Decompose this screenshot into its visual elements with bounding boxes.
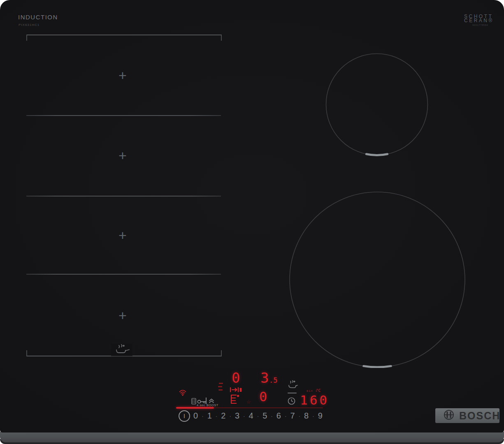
flex-plus-marker-1: + xyxy=(115,68,130,83)
level-dot: · xyxy=(285,412,287,419)
power-level-row: 0 · 1 · 2 · 3 · 4 · 5 · 6 · 7 · 8 · 9 xyxy=(193,411,323,420)
bosch-badge: BOSCH xyxy=(435,408,499,423)
level-dot: · xyxy=(243,412,245,419)
level-dot: · xyxy=(216,412,218,419)
level-key-0[interactable]: 0 xyxy=(193,411,198,421)
level-dot: · xyxy=(298,412,300,419)
bosch-anchor-icon xyxy=(444,409,454,422)
level-key-2[interactable]: 2 xyxy=(221,411,225,421)
schott-ceran-logo: SCHOTT CERAN® xyxy=(464,14,494,23)
level-dot: · xyxy=(312,412,314,419)
flex-zone-divider-2 xyxy=(26,196,221,197)
frying-sensor-icon[interactable] xyxy=(287,380,298,391)
power-button[interactable]: I xyxy=(179,410,190,422)
level-dot: · xyxy=(271,412,273,419)
surface-brand-label: INDUCTION xyxy=(18,14,58,21)
flex-plus-marker-3: + xyxy=(115,228,130,243)
front-trim-strip xyxy=(0,432,504,442)
boost-label: BOOST xyxy=(207,403,218,407)
cooking-zone-top-right xyxy=(324,51,430,157)
display-right-zone-level-decimal: .5 xyxy=(269,377,277,384)
model-number-label: PIX631HC1 xyxy=(19,23,39,27)
display-temp-value: 160 xyxy=(300,394,329,407)
zone-front-marker-arc xyxy=(364,366,391,367)
flex-plus-marker-2: + xyxy=(115,148,130,163)
level-dot: · xyxy=(202,412,204,419)
cooking-zone-bottom-right xyxy=(289,191,466,368)
keypad-icon xyxy=(191,398,196,406)
level-key-5[interactable]: 5 xyxy=(262,411,267,421)
glass-serial-label: 9001778584 xyxy=(472,24,488,26)
display-left-zone-level: 0 xyxy=(232,371,240,385)
sensor-separator-line xyxy=(288,393,297,393)
level-key-4[interactable]: 4 xyxy=(249,411,253,421)
power-slider-active[interactable] xyxy=(176,407,214,409)
level-dot: · xyxy=(257,412,259,419)
move-pan-indicator-icon xyxy=(230,387,243,406)
flex-plus-marker-4: + xyxy=(115,308,130,323)
key-lock-label: 4 sec xyxy=(197,403,205,407)
level-key-9[interactable]: 9 xyxy=(318,411,323,421)
bosch-wordmark: BOSCH xyxy=(459,410,500,422)
flex-zone-divider-3 xyxy=(26,274,221,275)
power-symbol: I xyxy=(183,413,185,419)
frying-sensor-zone-marker xyxy=(111,344,132,356)
pan-steam-icon xyxy=(113,344,131,356)
level-key-3[interactable]: 3 xyxy=(235,411,239,421)
glass-surface: INDUCTION PIX631HC1 SCHOTT CERAN® 900177… xyxy=(0,0,504,432)
zone-front-marker-arc xyxy=(366,154,387,155)
display-right-zone-level: 3 xyxy=(260,371,269,385)
induction-hob: INDUCTION PIX631HC1 SCHOTT CERAN® 900177… xyxy=(0,0,504,444)
temp-unit-label: °C xyxy=(316,389,321,393)
schott-line2: CERAN® xyxy=(464,18,494,23)
flex-zone-top-bracket xyxy=(26,35,222,41)
level-key-1[interactable]: 1 xyxy=(207,411,212,421)
wifi-icon[interactable] xyxy=(179,390,186,398)
level-key-7[interactable]: 7 xyxy=(290,411,295,421)
favorite-star-icon[interactable]: ☆ xyxy=(246,398,251,405)
flex-zone-divider-1 xyxy=(26,115,221,116)
level-dot: · xyxy=(229,412,231,419)
flex-segment-indicator xyxy=(218,383,223,391)
level-key-6[interactable]: 6 xyxy=(276,411,281,421)
level-key-8[interactable]: 8 xyxy=(304,411,309,421)
cooktop-photo: INDUCTION PIX631HC1 SCHOTT CERAN® 900177… xyxy=(0,0,504,444)
timer-clock-icon[interactable] xyxy=(288,397,295,407)
display-center-level: 0 xyxy=(259,390,267,403)
